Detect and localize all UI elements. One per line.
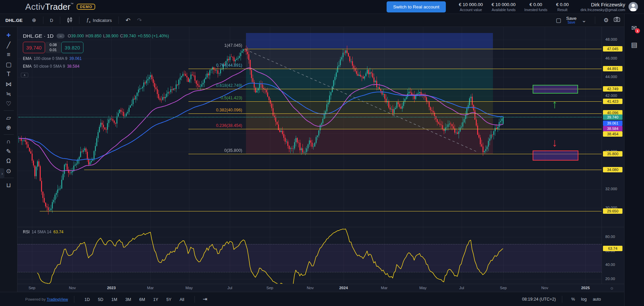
range-button-1m[interactable]: 1M [111,297,117,302]
rectangle-drawing[interactable] [533,150,578,161]
legend-minimize-button[interactable]: – [57,34,65,38]
save-button[interactable]: Save Save [566,16,577,25]
range-button-5d[interactable]: 5D [98,297,103,302]
time-axis-label: Nov [303,286,318,290]
redo-button[interactable]: ↷ [134,15,145,25]
stat-result: € 0.00Result [556,2,569,12]
switch-to-real-account-button[interactable]: Switch to Real account [387,1,445,12]
interval-button[interactable]: D [47,16,57,24]
chart-area[interactable]: 1(47.045)0.764(44.891)0.618(42.749)0.5(4… [17,27,624,292]
tool-prediction-icon[interactable]: ≒ [3,89,14,99]
price-badge: 38.454 [603,131,622,137]
compare-add-button[interactable]: ⊕ [29,16,40,25]
tool-zoom-in-icon[interactable]: ⊕ [3,123,14,132]
tool-trend-line-icon[interactable]: ╱ [3,40,14,50]
dashed-trendline[interactable] [246,49,476,151]
ohlc-values: O39.000 H39.850 L38.900 C39.740 +0.550 (… [68,34,169,38]
ema50-legend: EMA 50 close 0 SMA 9 38.584 [23,64,169,69]
log-scale-button[interactable]: log [581,297,587,302]
rsi-legend: RSI 14 SMA 14 63.74 [23,230,64,234]
mail-icon[interactable]: ✉ 1 [632,24,637,32]
range-button-1y[interactable]: 1Y [153,297,158,302]
top-bar: ActivTrader™ DEMO Switch to Real account… [0,0,644,14]
bottom-bar: Powered by TradingView 1D5D1M3M6M1Y5YAll… [0,292,624,306]
time-axis-label: Mar [377,286,392,290]
stat-invested-funds: € 0.00Invested funds [524,2,547,12]
price-badge: 35.800 [603,151,622,157]
tool-fib-retracement-icon[interactable]: ≡ [3,50,14,60]
layout-select-icon[interactable]: ▢ [556,17,561,24]
time-axis-label: Mar [143,286,158,290]
range-button-1d[interactable]: 1D [84,297,90,302]
price-axis[interactable]: 48.00046.00044.00042.00036.00032.00030.0… [602,27,624,284]
tradingview-link[interactable]: TradingView [47,297,68,301]
tool-shapes-icon[interactable]: ▢ [3,60,14,69]
tool-ruler-icon[interactable]: ▱ [3,113,14,123]
rectangle-drawing[interactable] [533,85,578,94]
spread-box: 0.080.01 [45,42,61,53]
stat-available-funds: € 10 000.00Available funds [492,2,515,12]
range-button-5y[interactable]: 5Y [166,297,171,302]
range-buttons: 1D5D1M3M6M1Y5YAll [80,296,188,302]
avatar[interactable] [629,2,638,11]
fx-icon: ƒx [86,17,91,24]
camera-icon [614,17,620,22]
tool-trash-icon[interactable]: ⊔ [3,180,14,190]
time-axis-label: Sep [25,286,39,290]
time-axis-label: Nov [537,286,552,290]
drawing-tools-sidebar: +╱≡▢T⋈≒♡▱⊕∩✎Ω⊙⊔ [0,27,17,292]
range-button-3m[interactable]: 3M [125,297,131,302]
pane-divider[interactable] [17,227,624,227]
go-to-date-icon[interactable]: ⇥ [203,296,207,302]
screenshot-camera-icon[interactable] [614,17,620,24]
price-axis-label: 42.000 [605,94,617,98]
undo-button[interactable]: ↶ [122,15,134,25]
fib-level-label: 0.382(40.096) [188,108,242,112]
tool-magnet-icon[interactable]: ∩ [3,137,14,146]
app-logo: ActivTrader™ DEMO [25,2,95,12]
ema100-legend: EMA 100 close 0 SMA 9 39.061 [23,56,169,61]
sell-bid-button[interactable]: 39.740 [23,42,45,53]
chevron-down-icon[interactable]: ⌄ [582,17,586,24]
tool-crosshair-icon[interactable]: + [3,30,14,40]
rsi-pane-canvas[interactable] [17,228,602,284]
time-axis-label: May [416,286,430,290]
tool-lock-icon[interactable]: Ω [3,156,14,166]
arrow-drawing[interactable]: ↓ [552,137,558,148]
fib-level-label: 0.764(44.891) [188,63,242,68]
price-badge: 41.423 [603,99,622,104]
time-axis-label: Sep [262,286,277,290]
auto-scale-button[interactable]: auto [593,297,601,302]
legend-symbol[interactable]: DHL.GE · 1D [23,33,53,39]
symbol-label[interactable]: DHL.GE [5,18,23,23]
arrow-drawing[interactable]: ↑ [552,98,558,110]
time-axis[interactable]: SepNov2023MarMayJulSepNov2024MarMayJulSe… [17,284,624,292]
tool-favorites-heart-icon[interactable]: ♡ [3,99,14,108]
indicators-button[interactable]: ƒx Indicators [83,15,115,25]
range-button-all[interactable]: All [180,297,184,302]
buy-ask-button[interactable]: 39.820 [61,42,83,53]
price-badge: 44.891 [603,66,622,71]
user-email: dirk.friczewsky@gmail.com [580,8,625,12]
settings-gear-icon[interactable]: ⚙ [604,17,609,24]
demo-badge: DEMO [77,4,95,10]
news-icon[interactable]: ▤ [631,41,638,49]
axis-settings-icon[interactable]: ☼ [610,285,614,291]
tool-text-icon[interactable]: T [3,69,14,79]
right-icon-rail: ✉ 1 ▤ [624,14,644,306]
percent-scale-button[interactable]: % [571,297,575,302]
sidebar-expander[interactable]: › [0,168,4,178]
logo-text: Activ [25,2,45,12]
legend-collapse-button[interactable]: ∧ [21,73,28,77]
tool-hide-drawings-eye-icon[interactable]: ⊙ [3,166,14,176]
chart-legend: DHL.GE · 1D – O39.000 H39.850 L38.900 C3… [23,33,169,69]
chart-style-button[interactable] [64,16,76,25]
tool-draw-pencil-icon[interactable]: ✎ [3,146,14,156]
price-axis-label: 48.000 [605,37,617,41]
mail-unread-badge: 1 [635,28,640,33]
time-axis-label: May [182,286,196,290]
price-badge: 47.045 [603,46,622,52]
tool-xabcd-pattern-icon[interactable]: ⋈ [3,79,14,89]
range-button-6m[interactable]: 6M [139,297,145,302]
user-info: Dirk Friczewsky dirk.friczewsky@gmail.co… [580,2,625,12]
